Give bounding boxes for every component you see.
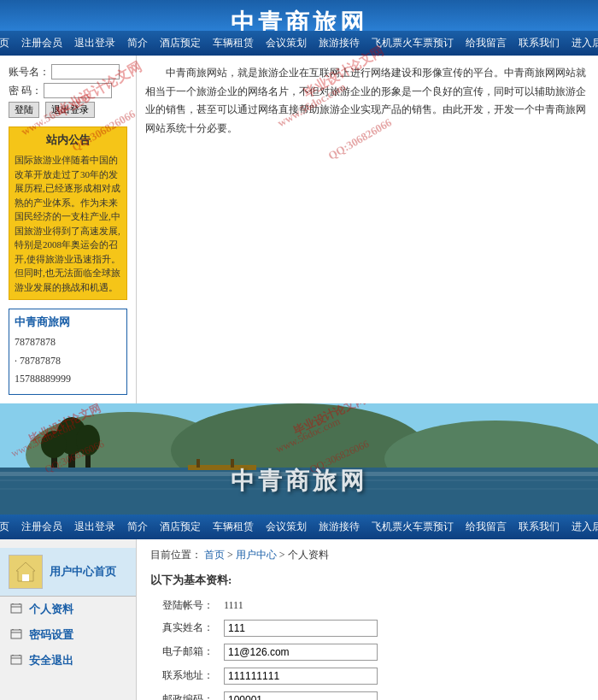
logout-button[interactable]: 退出登录 xyxy=(45,102,95,118)
bottom-nav-meeting[interactable]: 会议策划 xyxy=(261,518,312,536)
nav-contact[interactable]: 联系我们 xyxy=(513,34,565,52)
top-content-area: 毕业设计论文网 www.56doc.com QQ:306826066 毕业设计论… xyxy=(0,56,598,403)
login-area: 账号名： 密 码： 登陆 退出登录 xyxy=(9,64,127,118)
realname-input[interactable] xyxy=(224,620,378,637)
nav-ticket[interactable]: 飞机票火车票预订 xyxy=(366,34,459,52)
top-nav-bar: 首 页 注册会员 退出登录 简介 酒店预定 车辆租赁 会议策划 旅游接待 飞机票… xyxy=(0,31,598,56)
account-value: 1111 xyxy=(219,595,584,616)
user-section: 用户中心首页 个人资料 密码设置 安全退出 目前位置： 首页 > xyxy=(0,539,598,700)
nav-car[interactable]: 车辆租赁 xyxy=(208,34,259,52)
user-center-icon xyxy=(9,555,43,589)
nav-logout[interactable]: 退出登录 xyxy=(69,34,120,52)
password-icon xyxy=(10,628,24,642)
user-right-content: 目前位置： 首页 > 用户中心 > 个人资料 以下为基本资料: 登陆帐号： 11… xyxy=(137,539,598,700)
nav-message[interactable]: 给我留言 xyxy=(460,34,512,52)
breadcrumb-sep1: > xyxy=(227,549,236,561)
intro-content: 中青商旅网站，就是旅游企业在互联网上进行网络建设和形像宣传的平台。中青商旅网网站… xyxy=(137,56,598,403)
bottom-nav-about[interactable]: 简介 xyxy=(122,518,153,536)
left-sidebar: 账号名： 密 码： 登陆 退出登录 站内公告 国际旅游业伴随着中国的改革开放走过… xyxy=(0,56,137,403)
login-buttons: 登陆 退出登录 xyxy=(9,102,127,118)
address-label: 联系地址： xyxy=(150,664,219,688)
bottom-nav-logout[interactable]: 退出登录 xyxy=(69,518,120,536)
intro-text: 中青商旅网站，就是旅游企业在互联网上进行网络建设和形像宣传的平台。中青商旅网网站… xyxy=(145,64,589,138)
bottom-nav-bar: 首 页 注册会员 退出登录 简介 酒店预定 车辆租赁 会议策划 旅游接待 飞机票… xyxy=(0,515,598,539)
scenic-area: 毕业设计论文网 www.56doc.com QQ:306826066 毕业设计论… xyxy=(0,403,598,515)
user-home-icon-svg xyxy=(13,559,38,585)
bottom-nav-tour[interactable]: 旅游接待 xyxy=(314,518,365,536)
address-input[interactable] xyxy=(224,668,378,685)
bottom-nav-message[interactable]: 给我留言 xyxy=(460,518,512,536)
form-row-postcode: 邮政编码： xyxy=(150,688,584,700)
realname-cell xyxy=(219,616,584,640)
basic-form-title: 以下为基本资料: xyxy=(150,573,584,588)
password-row: 密 码： xyxy=(9,83,127,98)
bottom-nav-register[interactable]: 注册会员 xyxy=(16,518,67,536)
bottom-nav-contact[interactable]: 联系我们 xyxy=(513,518,565,536)
company-name: 中青商旅网 xyxy=(15,315,121,330)
svg-rect-23 xyxy=(11,630,21,638)
profile-icon xyxy=(10,603,24,616)
bottom-nav-car[interactable]: 车辆租赁 xyxy=(208,518,259,536)
nav-hotel[interactable]: 酒店预定 xyxy=(155,34,206,52)
notice-text: 国际旅游业伴随着中国的改革开放走过了30年的发展历程,已经逐形成相对成熟的产业体… xyxy=(15,153,121,294)
password-menu-label: 密码设置 xyxy=(29,627,73,643)
company-box: 中青商旅网 78787878 · 78787878 15788889999 xyxy=(9,309,127,395)
password-input[interactable] xyxy=(44,83,112,98)
company-phone2: · 78787878 xyxy=(15,352,121,371)
email-label: 电子邮箱： xyxy=(150,640,219,664)
username-label: 账号名： xyxy=(9,65,50,79)
email-cell xyxy=(219,640,584,664)
breadcrumb-current: 个人资料 xyxy=(288,549,329,561)
sidebar-item-password[interactable]: 密码设置 xyxy=(0,622,136,648)
notice-box: 站内公告 国际旅游业伴随着中国的改革开放走过了30年的发展历程,已经逐形成相对成… xyxy=(9,126,127,300)
breadcrumb: 目前位置： 首页 > 用户中心 > 个人资料 xyxy=(150,548,584,562)
nav-meeting[interactable]: 会议策划 xyxy=(261,34,312,52)
site-title: 中青商旅网 xyxy=(0,7,598,31)
sidebar-item-safe-logout[interactable]: 安全退出 xyxy=(0,648,136,674)
bottom-nav-admin[interactable]: 进入后台 xyxy=(566,518,599,536)
svg-rect-19 xyxy=(11,604,21,613)
bottom-nav-hotel[interactable]: 酒店预定 xyxy=(155,518,206,536)
login-button[interactable]: 登陆 xyxy=(9,102,39,118)
user-left-sidebar: 用户中心首页 个人资料 密码设置 安全退出 xyxy=(0,539,137,700)
bottom-nav-ticket[interactable]: 飞机票火车票预订 xyxy=(366,518,459,536)
breadcrumb-prefix: 目前位置： xyxy=(150,549,202,561)
form-row-address: 联系地址： xyxy=(150,664,584,688)
breadcrumb-home[interactable]: 首页 xyxy=(204,549,225,561)
nav-about[interactable]: 简介 xyxy=(122,34,153,52)
svg-rect-27 xyxy=(11,656,21,664)
breadcrumb-user-center[interactable]: 用户中心 xyxy=(236,549,277,561)
svg-rect-18 xyxy=(22,574,29,581)
nav-tour[interactable]: 旅游接待 xyxy=(314,34,365,52)
company-phone3: 15788889999 xyxy=(15,370,121,389)
svg-rect-13 xyxy=(196,459,200,468)
address-cell xyxy=(219,664,584,688)
bottom-nav-home[interactable]: 首 页 xyxy=(0,518,15,536)
postcode-label: 邮政编码： xyxy=(150,688,219,700)
site-header: 中青商旅网 xyxy=(0,0,598,31)
account-label: 登陆帐号： xyxy=(150,595,219,616)
safe-logout-icon xyxy=(10,654,24,668)
username-row: 账号名： xyxy=(9,64,127,79)
form-row-account: 登陆帐号： 1111 xyxy=(150,595,584,616)
breadcrumb-sep2: > xyxy=(279,549,288,561)
company-phone1: 78787878 xyxy=(15,333,121,352)
sidebar-item-profile[interactable]: 个人资料 xyxy=(0,597,136,622)
scenic-overlay-text: 中青商旅网 xyxy=(231,465,367,497)
nav-register[interactable]: 注册会员 xyxy=(16,34,67,52)
email-input[interactable] xyxy=(224,644,378,661)
safe-logout-menu-label: 安全退出 xyxy=(29,653,73,668)
user-center-banner: 用户中心首页 xyxy=(0,548,136,597)
username-input[interactable] xyxy=(51,64,120,79)
postcode-cell xyxy=(219,688,584,700)
nav-admin[interactable]: 进入后台 xyxy=(566,34,599,52)
notice-title: 站内公告 xyxy=(15,132,121,148)
nav-home[interactable]: 首 页 xyxy=(0,34,15,52)
profile-menu-label: 个人资料 xyxy=(29,602,73,617)
form-row-email: 电子邮箱： xyxy=(150,640,584,664)
basic-form-table: 登陆帐号： 1111 真实姓名： 电子邮箱： 联系地址： xyxy=(150,595,584,700)
realname-label: 真实姓名： xyxy=(150,616,219,640)
form-row-realname: 真实姓名： xyxy=(150,616,584,640)
user-center-label: 用户中心首页 xyxy=(50,564,116,579)
postcode-input[interactable] xyxy=(224,691,378,700)
